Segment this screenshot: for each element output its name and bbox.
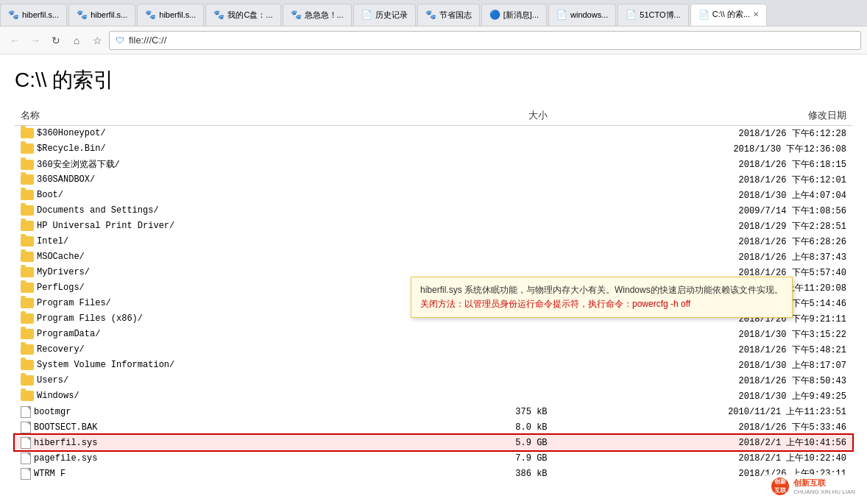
folder-size — [434, 126, 553, 142]
table-row[interactable]: Users/ 2018/1/26 下午8:50:43 — [15, 373, 852, 388]
col-header-size: 大小 — [434, 106, 553, 126]
tab-newmsg[interactable]: 🔵 [新消息]... — [481, 4, 547, 26]
table-row[interactable]: Boot/ 2018/1/30 上午4:07:04 — [15, 188, 852, 203]
tab-history[interactable]: 📄 历史记录 — [353, 4, 416, 26]
file-icon — [21, 437, 31, 449]
folder-size — [434, 188, 553, 203]
table-row[interactable]: WTRM F 386 kB 2018/1/26 上午9:23:11 — [15, 466, 852, 481]
folder-date: 2018/1/30 上午8:17:07 — [553, 358, 852, 373]
folder-name: Program Files (x86)/ — [15, 311, 434, 327]
tab-icon-6: 📄 — [361, 10, 372, 20]
tab-hiberfil-3[interactable]: 🐾 hiberfil.s... — [137, 4, 204, 26]
folder-icon — [21, 283, 34, 293]
folder-size — [434, 249, 553, 265]
tab-label-9: windows... — [570, 10, 608, 19]
address-bar[interactable]: 🛡 file:///C:// — [109, 31, 861, 50]
table-row[interactable]: ProgramData/ 2018/1/30 下午3:15:22 — [15, 327, 852, 342]
tooltip-cmd-text: 关闭方法：以管理员身份运行命令提示符，执行命令：powercfg -h off — [420, 299, 690, 309]
tab-icon-2: 🐾 — [77, 10, 88, 20]
folder-name: ProgramData/ — [15, 327, 434, 342]
file-name: WTRM F — [15, 466, 434, 481]
table-row[interactable]: 360SANDBOX/ 2018/1/26 下午6:12:01 — [15, 172, 852, 188]
folder-icon — [21, 143, 34, 154]
file-icon — [21, 452, 31, 464]
tab-save[interactable]: 🐾 节省国志 — [417, 4, 480, 26]
tab-label-11: C:\\ 的索... — [712, 9, 750, 20]
star-button[interactable]: ☆ — [88, 32, 106, 49]
folder-icon — [21, 375, 34, 386]
tab-icon-9: 📄 — [556, 10, 567, 20]
table-row[interactable]: Windows/ 2018/1/30 上午9:49:25 — [15, 388, 852, 404]
tooltip-box: hiberfil.sys 系统休眠功能，与物理内存大小有关。Windows的快速… — [411, 277, 793, 318]
folder-icon — [21, 205, 34, 216]
table-row[interactable]: HP Universal Print Driver/ 2018/1/29 下午2… — [15, 219, 852, 234]
folder-size — [434, 172, 553, 188]
tab-close-button[interactable]: ✕ — [753, 10, 759, 18]
page-title: C:\\ 的索引 — [15, 66, 852, 94]
folder-name: MyDrivers/ — [15, 265, 434, 280]
tab-hiberfil-2[interactable]: 🐾 hiberfil.s... — [68, 4, 135, 26]
reload-button[interactable]: ↻ — [47, 32, 65, 49]
table-row[interactable]: hiberfil.sys 5.9 GB 2018/2/1 上午10:41:56 — [15, 435, 852, 450]
folder-size — [434, 373, 553, 388]
folder-name: $360Honeypot/ — [15, 126, 434, 142]
col-header-name: 名称 — [15, 106, 434, 126]
folder-name: System Volume Information/ — [15, 358, 434, 373]
folder-icon — [21, 329, 34, 339]
tab-label-6: 历史记录 — [375, 10, 408, 21]
tab-icon-10: 📄 — [626, 10, 637, 20]
table-row[interactable]: Intel/ 2018/1/26 下午6:28:26 — [15, 234, 852, 249]
folder-name: Windows/ — [15, 388, 434, 404]
table-row[interactable]: $360Honeypot/ 2018/1/26 下午6:12:28 — [15, 126, 852, 142]
table-row[interactable]: 360安全浏览器下载/ 2018/1/26 下午6:18:15 — [15, 157, 852, 172]
table-row[interactable]: BOOTSECT.BAK 8.0 kB 2018/1/26 下午5:33:46 — [15, 419, 852, 435]
tab-label-4: 我的C盘：... — [227, 10, 272, 21]
tab-label-2: hiberfil.s... — [91, 10, 127, 19]
tooltip-main-text: hiberfil.sys 系统休眠功能，与物理内存大小有关。Windows的快速… — [420, 285, 783, 295]
tab-label-5: 急急急！... — [305, 10, 344, 21]
table-row[interactable]: System Volume Information/ 2018/1/30 上午8… — [15, 358, 852, 373]
home-button[interactable]: ⌂ — [68, 32, 85, 49]
file-size: 375 kB — [434, 404, 553, 419]
tab-hiberfil-1[interactable]: 🐾 hiberfil.s... — [0, 4, 67, 26]
page-content: C:\\ 的索引 名称 大小 修改日期 $360Honeypot/ 2018/1… — [0, 54, 867, 504]
address-text: file:///C:// — [129, 35, 166, 46]
table-row[interactable]: $Recycle.Bin/ 2018/1/30 下午12:36:08 — [15, 141, 852, 157]
folder-name: Program Files/ — [15, 296, 434, 311]
tab-mycdisk[interactable]: 🐾 我的C盘：... — [205, 4, 280, 26]
file-name: BOOTSECT.BAK — [15, 419, 434, 435]
table-row[interactable]: bootmgr 375 kB 2010/11/21 上午11:23:51 — [15, 404, 852, 419]
tab-51cto[interactable]: 📄 51CTO博... — [617, 4, 688, 26]
back-button[interactable]: ← — [6, 32, 24, 49]
folder-icon — [21, 252, 34, 262]
folder-size — [434, 234, 553, 249]
folder-size — [434, 219, 553, 234]
folder-name: HP Universal Print Driver/ — [15, 219, 434, 234]
file-size: 8.0 kB — [434, 419, 553, 435]
file-date: 2018/2/1 上午10:22:40 — [553, 450, 852, 466]
folder-name: PerfLogs/ — [15, 280, 434, 296]
tab-urgent[interactable]: 🐾 急急急！... — [283, 4, 352, 26]
folder-size — [434, 327, 553, 342]
folder-icon — [21, 236, 34, 246]
toolbar: ← → ↻ ⌂ ☆ 🛡 file:///C:// — [0, 26, 867, 54]
folder-date: 2018/1/26 下午6:18:15 — [553, 157, 852, 172]
folder-name: MSOCache/ — [15, 249, 434, 265]
tab-label-1: hiberfil.s... — [22, 10, 59, 19]
forward-button[interactable]: → — [26, 32, 44, 49]
folder-size — [434, 358, 553, 373]
table-row[interactable]: MSOCache/ 2018/1/26 上午8:37:43 — [15, 249, 852, 265]
folder-size — [434, 388, 553, 404]
folder-name: Users/ — [15, 373, 434, 388]
tab-label-7: 节省国志 — [439, 10, 472, 21]
folder-icon — [21, 128, 34, 138]
tab-icon-3: 🐾 — [145, 10, 156, 20]
tab-icon-4: 🐾 — [213, 10, 224, 20]
tab-cindex[interactable]: 📄 C:\\ 的索... ✕ — [690, 4, 767, 26]
file-date: 2018/2/1 上午10:41:56 — [553, 435, 852, 450]
table-row[interactable]: Recovery/ 2018/1/26 下午5:48:21 — [15, 342, 852, 358]
table-row[interactable]: Documents and Settings/ 2009/7/14 下午1:08… — [15, 203, 852, 219]
tab-windows[interactable]: 📄 windows... — [548, 4, 616, 26]
tab-icon-5: 🐾 — [291, 10, 302, 20]
table-row[interactable]: pagefile.sys 7.9 GB 2018/2/1 上午10:22:40 — [15, 450, 852, 466]
